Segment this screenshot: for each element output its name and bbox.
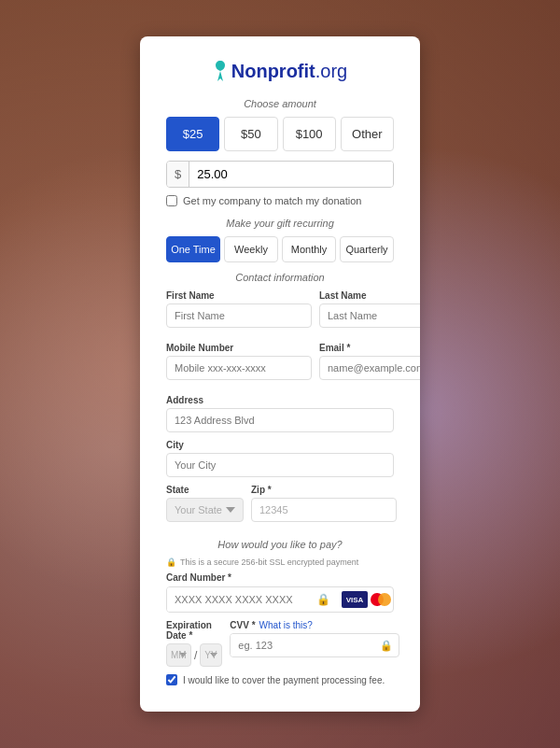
mobile-label: Mobile Number [166,343,312,353]
expiry-inputs: MM / YY [166,643,222,667]
amount-input-row: $ [166,161,394,188]
match-label: Get my company to match my donation [183,195,361,206]
logo: Nonprofit.org [213,59,347,83]
mobile-group: Mobile Number [166,343,312,380]
payment-section: How would you like to pay? 🔒 This is a s… [166,539,394,685]
mobile-input[interactable] [166,356,312,380]
expiry-cvv-row: Expiration Date * MM / YY CVV * What is … [166,620,394,667]
expiry-slash: / [194,649,197,662]
processing-fee-row: I would like to cover the payment proces… [166,674,394,685]
first-name-label: First Name [166,290,312,301]
amount-btn-100[interactable]: $100 [283,117,336,151]
recurring-section: Make your gift recurring One Time Weekly… [166,218,394,262]
donation-card: Nonprofit.org Choose amount $25 $50 $100… [140,36,420,712]
email-input[interactable] [319,356,420,380]
zip-input[interactable] [251,498,397,522]
card-number-input[interactable] [167,587,311,612]
match-checkbox[interactable] [166,195,177,206]
recurring-buttons-group: One Time Weekly Monthly Quarterly [166,236,394,262]
zip-group: Zip * [251,485,397,522]
logo-text: Nonprofit.org [231,59,347,83]
dollar-sign: $ [167,162,189,187]
visa-icon: VISA [342,591,368,608]
mobile-email-row: Mobile Number Email * [166,343,394,388]
recurring-btn-onetime[interactable]: One Time [166,236,220,262]
amount-input[interactable] [189,162,393,187]
logo-area: Nonprofit.org [166,59,394,85]
zip-label: Zip * [251,485,397,495]
contact-section: Contact information First Name Last Name… [166,272,394,529]
amount-btn-50[interactable]: $50 [224,117,277,151]
expiry-mm-select[interactable]: MM [166,643,191,667]
choose-amount-label: Choose amount [166,98,394,109]
cvv-what-link[interactable]: What is this? [259,620,313,630]
city-group: City [166,440,394,477]
state-select[interactable]: Your State [166,498,244,522]
first-name-group: First Name [166,290,312,328]
card-icons: VISA DISC AMEX [336,591,394,608]
cvv-lock-icon: 🔒 [374,640,399,652]
address-group: Address [166,395,394,432]
cvv-group: CVV * What is this? 🔒 [230,620,399,667]
cvv-label: CVV * [230,620,255,630]
address-label: Address [166,395,394,405]
expiry-yy-select[interactable]: YY [200,643,222,667]
cvv-input-wrap: 🔒 [230,633,399,657]
match-row: Get my company to match my donation [166,195,394,206]
card-number-row: 🔒 VISA DISC AMEX [166,586,394,613]
recurring-label: Make your gift recurring [166,218,394,229]
processing-fee-label: I would like to cover the payment proces… [183,675,385,685]
mastercard-icon [371,591,394,608]
recurring-btn-quarterly[interactable]: Quarterly [340,236,394,262]
email-label: Email * [319,343,420,353]
ssl-text: This is a secure 256-bit SSL encrypted p… [180,557,358,567]
state-group: State Your State [166,485,244,522]
card-number-label: Card Number * [166,572,394,583]
city-input[interactable] [166,453,394,477]
amount-btn-25[interactable]: $25 [166,117,219,151]
last-name-group: Last Name [319,290,420,328]
amount-btn-other[interactable]: Other [341,117,394,151]
first-name-input[interactable] [166,303,312,328]
card-lock-icon: 🔒 [311,593,336,606]
city-label: City [166,440,394,450]
state-label: State [166,485,244,495]
expiry-group: Expiration Date * MM / YY [166,620,222,667]
state-zip-row: State Your State Zip * [166,485,394,529]
name-row: First Name Last Name [166,290,394,335]
last-name-label: Last Name [319,290,420,301]
address-input[interactable] [166,408,394,432]
amount-buttons-group: $25 $50 $100 Other [166,117,394,151]
cvv-input[interactable] [231,634,374,656]
expiry-label: Expiration Date * [166,620,222,641]
lock-icon: 🔒 [166,557,176,567]
email-group: Email * [319,343,420,380]
last-name-input[interactable] [319,303,420,328]
ribbon-icon [213,61,228,81]
contact-label: Contact information [166,272,394,283]
processing-fee-checkbox[interactable] [166,674,177,685]
ssl-notice: 🔒 This is a secure 256-bit SSL encrypted… [166,557,394,567]
payment-label: How would you like to pay? [166,539,394,550]
recurring-btn-weekly[interactable]: Weekly [224,236,278,262]
recurring-btn-monthly[interactable]: Monthly [282,236,336,262]
